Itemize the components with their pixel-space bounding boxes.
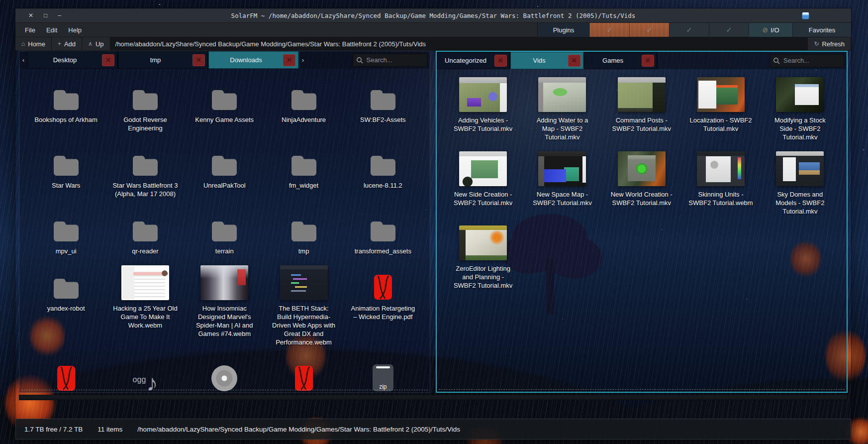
folder-item[interactable]: NinjaAdventure (264, 75, 343, 132)
tab-close-button[interactable]: ✕ (283, 54, 295, 66)
file-label: mpv_ui (56, 247, 77, 255)
folder-item[interactable]: Bookshops of Arkham (26, 75, 105, 132)
check-toggle-button[interactable]: ✓ (669, 23, 709, 37)
folder-item[interactable]: UnrealPakTool (185, 140, 264, 198)
commandposts-thumbnail (618, 77, 666, 112)
up-button[interactable]: ∧ Up (82, 37, 110, 50)
file-label: qr-reader (132, 247, 158, 255)
horizontal-scrollbar[interactable] (19, 395, 848, 400)
plus-icon: + (58, 40, 61, 47)
file-item[interactable]: Hacking a 25 Year Old Game To Make It Wo… (105, 263, 185, 346)
folder-item[interactable]: yandex-robot (26, 263, 105, 346)
archive-icon (802, 12, 809, 19)
folder-item[interactable]: Star Wars (26, 140, 105, 198)
file-item[interactable] (185, 354, 264, 392)
maximize-window-button[interactable]: □ (44, 12, 47, 19)
plugins-button[interactable]: Plugins (537, 23, 589, 37)
file-item[interactable]: Command Posts - SWBF2 Tutorial.mkv (602, 75, 681, 141)
add-tab-button[interactable]: + Add (52, 37, 82, 50)
tab-close-button[interactable]: ✕ (193, 54, 205, 66)
free-space-text: 1.7 TB free / 7.2 TB (24, 426, 83, 433)
file-label: fm_widget (289, 181, 318, 190)
folder-item[interactable]: transformed_assets (343, 206, 422, 255)
skydomes-thumbnail (776, 151, 824, 186)
file-item[interactable] (264, 354, 343, 392)
tab-desktop[interactable]: Desktop✕ (27, 51, 118, 69)
file-item[interactable]: Modifying a Stock Side - SWBF2 Tutorial.… (761, 75, 840, 141)
folder-item[interactable]: terrain (185, 206, 264, 255)
file-item[interactable]: Animation Retargeting – Wicked Engine.pd… (343, 263, 422, 346)
home-icon: ⌂ (21, 40, 25, 47)
folder-icon (289, 206, 318, 243)
io-button[interactable]: ⊘ I/O (749, 23, 792, 37)
video-thumbnail (280, 263, 328, 300)
file-item[interactable]: How Insomniac Designed Marvel's Spider-M… (185, 263, 264, 346)
minimize-window-button[interactable]: – (58, 12, 61, 19)
menu-file[interactable]: File (20, 25, 40, 35)
file-item[interactable]: Skinning Units - SWBF2 Tutorial.webm (681, 149, 760, 216)
check-toggle-button[interactable]: ✓ (709, 23, 749, 37)
file-item[interactable]: New World Creation - SWBF2 Tutorial.mkv (602, 149, 681, 216)
pdf-icon (294, 354, 313, 391)
tab-label: Games (584, 57, 642, 64)
tab-close-button[interactable]: ✕ (568, 55, 580, 67)
file-label: terrain (215, 247, 234, 255)
folder-item[interactable]: Godot Reverse Engineering (105, 75, 185, 132)
tab-tmp[interactable]: tmp✕ (118, 51, 208, 69)
tab-label: Desktop (28, 56, 102, 64)
close-window-button[interactable]: ✕ (28, 12, 33, 19)
folder-item[interactable]: mpv_ui (26, 206, 105, 255)
video-thumbnail (459, 75, 507, 112)
tab-close-button[interactable]: ✕ (642, 55, 654, 67)
file-label: UnrealPakTool (203, 181, 246, 190)
check-toggle-button[interactable]: ✓ (629, 23, 669, 37)
zip-icon: zip (373, 354, 393, 391)
file-item[interactable]: Localization - SWBF2 Tutorial.mkv (681, 75, 760, 141)
tab-downloads[interactable]: Downloads✕ (208, 51, 299, 69)
folder-item[interactable]: qr-reader (105, 206, 185, 255)
folder-icon (131, 140, 160, 177)
favorites-button[interactable]: Favorites (792, 23, 851, 37)
file-item[interactable]: ZeroEditor Lighting and Planning - SWBF2… (444, 223, 523, 290)
folder-icon (52, 140, 81, 177)
refresh-button[interactable]: ↻ Refresh (807, 37, 851, 50)
home-button[interactable]: ⌂ Home (15, 37, 52, 50)
folder-item[interactable]: SW:BF2-Assets (343, 75, 422, 132)
scroll-tabs-right-icon[interactable]: › (299, 51, 307, 69)
check-toggle-button[interactable]: ✓ (589, 23, 629, 37)
folder-item[interactable]: fm_widget (264, 140, 343, 198)
file-item[interactable]: The BETH Stack: Build Hypermedia-Driven … (264, 263, 343, 346)
file-item[interactable]: Adding Water to a Map - SWBF2 Tutorial.m… (523, 75, 602, 141)
file-item[interactable]: New Space Map - SWBF2 Tutorial.mkv (523, 149, 602, 216)
insomniac-thumbnail (200, 265, 248, 300)
tab-uncategorized[interactable]: Uncategorized✕ (437, 52, 510, 69)
folder-item[interactable]: tmp (264, 206, 343, 255)
path-entry[interactable]: /home/abaddon/LazyShare/Synced Backup/Ga… (110, 37, 808, 50)
bethstack-thumbnail (280, 265, 328, 300)
item-count-text: 11 items (97, 426, 122, 433)
folder-item[interactable]: Kenny Game Assets (185, 75, 264, 132)
solarfm-window: ✕ □ – SolarFM ~ /home/abaddon/LazyShare/… (15, 8, 852, 440)
slash-icon: ⊘ (762, 26, 768, 34)
scroll-tabs-left-icon[interactable]: ‹ (19, 51, 27, 69)
video-thumbnail (538, 75, 586, 112)
file-label: New Space Map - SWBF2 Tutorial.mkv (529, 190, 595, 207)
menu-help[interactable]: Help (64, 25, 86, 35)
tab-close-button[interactable]: ✕ (102, 54, 114, 66)
folder-item[interactable]: Star Wars Battlefront 3 (Alpha, Mar 17 2… (105, 140, 185, 198)
tab-games[interactable]: Games✕ (584, 52, 658, 69)
file-item[interactable] (26, 354, 105, 392)
file-item[interactable]: zip (343, 354, 422, 392)
search-input[interactable] (770, 54, 844, 67)
file-item[interactable]: Adding Vehicles - SWBF2 Tutorial.mkv (444, 75, 523, 141)
file-label: Star Wars (52, 181, 80, 190)
tab-vids[interactable]: Vids✕ (510, 52, 584, 69)
menu-edit[interactable]: Edit (42, 25, 62, 35)
file-label: Skinning Units - SWBF2 Tutorial.webm (688, 190, 754, 207)
tab-close-button[interactable]: ✕ (494, 55, 507, 67)
search-input[interactable] (353, 54, 427, 67)
file-item[interactable]: ogg♪ (105, 354, 185, 392)
file-item[interactable]: New Side Creation - SWBF2 Tutorial.mkv (444, 149, 523, 216)
file-item[interactable]: Sky Domes and Models - SWBF2 Tutorial.mk… (761, 149, 840, 216)
folder-item[interactable]: lucene-8.11.2 (343, 140, 422, 198)
